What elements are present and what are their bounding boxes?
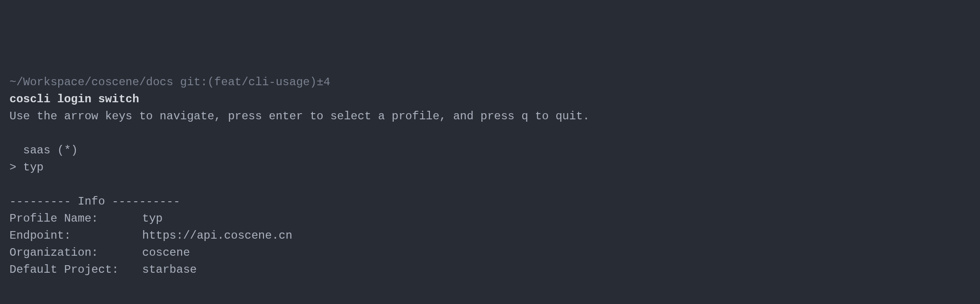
info-row-default-project: Default Project:starbase xyxy=(9,263,197,276)
profile-name: saas (*) xyxy=(23,144,78,157)
instruction-text: Use the arrow keys to navigate, press en… xyxy=(9,110,590,123)
git-status: ±4 xyxy=(317,76,330,89)
profile-item-saas[interactable]: saas (*) xyxy=(9,144,78,157)
info-value: coscene xyxy=(142,246,190,259)
info-row-endpoint: Endpoint:https://api.coscene.cn xyxy=(9,229,292,242)
profile-item-typ-selected[interactable]: > typ xyxy=(9,161,44,174)
info-label: Organization: xyxy=(9,244,142,261)
git-branch: feat/cli-usage xyxy=(214,76,310,89)
git-prefix: git:( xyxy=(173,76,214,89)
profile-name: typ xyxy=(23,161,44,174)
info-value: typ xyxy=(142,212,163,225)
info-value: starbase xyxy=(142,263,197,276)
info-row-profile: Profile Name:typ xyxy=(9,212,163,225)
command-input: coscli login switch xyxy=(9,93,139,106)
profile-indent xyxy=(9,144,23,157)
selection-cursor: > xyxy=(9,161,23,174)
shell-prompt: ~/Workspace/coscene/docs git:(feat/cli-u… xyxy=(9,76,330,89)
info-label: Default Project: xyxy=(9,261,142,278)
info-label: Endpoint: xyxy=(9,227,142,244)
info-label: Profile Name: xyxy=(9,210,142,227)
info-section-header: --------- Info ---------- xyxy=(9,195,180,208)
prompt-path: ~/Workspace/coscene/docs xyxy=(9,76,173,89)
terminal-output[interactable]: ~/Workspace/coscene/docs git:(feat/cli-u… xyxy=(9,74,971,278)
git-suffix: ) xyxy=(310,76,317,89)
info-row-organization: Organization:coscene xyxy=(9,246,190,259)
info-value: https://api.coscene.cn xyxy=(142,229,292,242)
